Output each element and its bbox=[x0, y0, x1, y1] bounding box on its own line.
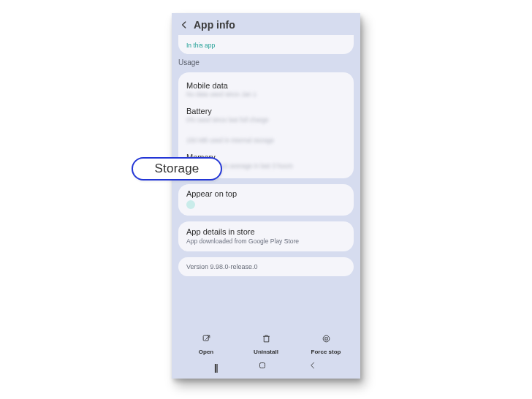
screenshot-frame: App info In this app Usage Mobile data N… bbox=[113, 13, 419, 386]
svg-point-1 bbox=[323, 335, 330, 342]
storage-callout: Storage bbox=[132, 157, 222, 180]
store-sub: App downloaded from Google Play Store bbox=[186, 238, 346, 245]
battery-row[interactable]: Battery 0% used since last full charge bbox=[186, 103, 346, 127]
force-stop-label: Force stop bbox=[311, 349, 341, 355]
appear-on-top-toggle-icon[interactable] bbox=[186, 200, 195, 209]
phone-screen: App info In this app Usage Mobile data N… bbox=[172, 13, 360, 379]
svg-rect-3 bbox=[260, 363, 265, 368]
storage-row[interactable]: 150 MB used in internal storage bbox=[186, 129, 346, 148]
app-details-card[interactable]: App details in store App downloaded from… bbox=[178, 221, 354, 251]
version-card: Version 9.98.0-release.0 bbox=[178, 257, 354, 276]
appear-on-top-title: Appear on top bbox=[186, 189, 346, 198]
svg-rect-2 bbox=[324, 338, 327, 340]
open-button[interactable]: Open bbox=[180, 333, 232, 355]
force-stop-icon bbox=[322, 333, 331, 346]
uninstall-button[interactable]: Uninstall bbox=[240, 333, 292, 355]
in-this-app-label: In this app bbox=[186, 42, 215, 49]
storage-sub: 150 MB used in internal storage bbox=[186, 137, 322, 144]
appear-on-top-card[interactable]: Appear on top bbox=[178, 184, 354, 216]
mobile-data-sub: No data used since Jan 1 bbox=[186, 91, 322, 98]
open-label: Open bbox=[199, 349, 213, 355]
recent-apps-icon[interactable]: ||| bbox=[214, 362, 217, 373]
battery-title: Battery bbox=[186, 107, 346, 115]
storage-callout-label: Storage bbox=[155, 162, 200, 176]
home-icon[interactable] bbox=[257, 360, 267, 373]
force-stop-button[interactable]: Force stop bbox=[300, 333, 352, 355]
open-icon bbox=[202, 333, 211, 346]
page-title: App info bbox=[194, 19, 235, 31]
bottom-action-bar: Open Uninstall Force stop bbox=[172, 329, 360, 358]
mobile-data-row[interactable]: Mobile data No data used since Jan 1 bbox=[186, 77, 346, 102]
uninstall-label: Uninstall bbox=[254, 349, 278, 355]
trash-icon bbox=[262, 333, 271, 346]
battery-sub: 0% used since last full charge bbox=[186, 116, 322, 123]
in-this-app-card[interactable]: In this app bbox=[178, 35, 354, 54]
usage-section-label: Usage bbox=[178, 58, 354, 66]
back-nav-icon[interactable] bbox=[308, 360, 318, 373]
store-title: App details in store bbox=[186, 227, 346, 236]
scroll-area: In this app Usage Mobile data No data us… bbox=[172, 35, 360, 329]
mobile-data-title: Mobile data bbox=[186, 81, 346, 90]
svg-rect-0 bbox=[203, 335, 208, 341]
app-info-header: App info bbox=[172, 13, 360, 35]
version-text: Version 9.98.0-release.0 bbox=[186, 263, 346, 270]
android-nav-bar: ||| bbox=[172, 358, 360, 379]
back-icon[interactable] bbox=[179, 20, 189, 30]
